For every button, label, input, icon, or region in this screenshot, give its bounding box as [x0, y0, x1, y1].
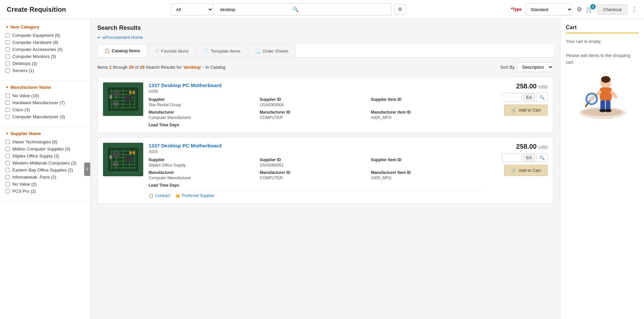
- checkbox-midton-computer-supplies[interactable]: [5, 147, 10, 151]
- add-to-cart-button-2[interactable]: 🛒 Add to Cart: [504, 165, 548, 176]
- svg-point-16: [129, 91, 132, 94]
- list-item[interactable]: Haner Technologies (6): [5, 139, 85, 144]
- manufacturer-item-id-cell-2: Manufacturer Item ID A005_MFG: [371, 170, 482, 180]
- list-item[interactable]: No Value (2): [5, 182, 85, 187]
- product-price-2: 258.00 USD: [516, 143, 548, 150]
- svg-point-50: [587, 94, 596, 103]
- checkbox-computer-manufacturer[interactable]: [5, 115, 10, 119]
- checkbox-haner-technologies[interactable]: [5, 140, 10, 144]
- list-item[interactable]: Computer Equipment (9): [5, 33, 85, 38]
- list-item[interactable]: Western Midlands Computers (3): [5, 161, 85, 166]
- checkbox-desktops[interactable]: [5, 61, 10, 66]
- tab-favorite-items[interactable]: ♡ Favorite Items: [148, 45, 196, 57]
- page-title: Create Requisition: [7, 6, 66, 13]
- list-item[interactable]: Eastern Bay Office Supplies (2): [5, 168, 85, 173]
- quantity-input[interactable]: [502, 93, 522, 102]
- unit-search-button-2[interactable]: 🔍: [536, 153, 548, 162]
- contract-link[interactable]: 📋 Contract: [149, 193, 170, 198]
- manufacturer-collapse-icon[interactable]: ▼: [5, 85, 9, 89]
- product-sku-2: A005: [149, 149, 482, 154]
- svg-rect-33: [125, 156, 132, 162]
- type-label: *Type: [511, 7, 522, 12]
- cart-button[interactable]: 🛒 0: [586, 6, 593, 13]
- supplier-collapse-icon[interactable]: ▼: [5, 132, 9, 135]
- product-image: [103, 82, 143, 116]
- checkbox-computer-accessories[interactable]: [5, 47, 10, 52]
- checkbox-cisco[interactable]: [5, 108, 10, 112]
- svg-rect-14: [125, 96, 132, 101]
- checkbox-infomatweak[interactable]: [5, 175, 10, 179]
- product-name-2[interactable]: 1337 Desktop PC Motherboard: [149, 143, 482, 148]
- contract-icon: 📋: [149, 193, 154, 198]
- card-bottom-links: 📋 Contract 👑 Preferred Supplier: [149, 193, 482, 198]
- supplier-id-cell: Supplier ID USA0000004: [260, 97, 371, 107]
- list-item[interactable]: Desktops (3): [5, 61, 85, 66]
- product-name[interactable]: 1337 Desktop PC Motherboard: [149, 82, 482, 88]
- list-item[interactable]: Infomatweak -Paris (2): [5, 175, 85, 180]
- product-image-2: [103, 143, 143, 176]
- filter-button[interactable]: ⚙: [394, 4, 406, 15]
- list-item[interactable]: Cisco (3): [5, 107, 85, 112]
- checkbox-computer-hardware[interactable]: [5, 40, 10, 45]
- search-button[interactable]: 🔍: [292, 6, 299, 12]
- list-item[interactable]: Computer Hardware (9): [5, 40, 85, 45]
- manufacturer-id-cell: Manufacturer ID COMPUTER: [260, 110, 371, 120]
- checkbox-no-value-mfr[interactable]: [5, 93, 10, 98]
- product-actions: 258.00 USD EA 🔍 🛒 Add to Cart: [487, 82, 548, 116]
- list-item[interactable]: Computer Accessories (4): [5, 47, 85, 52]
- checkbox-servers[interactable]: [5, 68, 10, 73]
- list-item[interactable]: Computer Monitors (3): [5, 54, 85, 59]
- search-bar: All Catalog Items Supplier Items 🔍 ⚙: [171, 3, 406, 15]
- checkbox-eastern-bay[interactable]: [5, 168, 10, 172]
- search-category-select[interactable]: All Catalog Items Supplier Items: [171, 3, 213, 15]
- search-results-title: Search Results: [97, 24, 553, 31]
- product-card: 1337 Desktop PC Motherboard A005 Supplie…: [97, 77, 553, 133]
- checkbox-pcs-pro[interactable]: [5, 189, 10, 193]
- search-input[interactable]: [219, 7, 292, 12]
- checkbox-hardware-manufacturer[interactable]: [5, 101, 10, 105]
- sort-by-label: Sort By: [500, 65, 515, 70]
- sidebar: ▼ Item Category Computer Equipment (9) C…: [0, 19, 91, 319]
- list-item[interactable]: Hardware Manufacturer (7): [5, 100, 85, 105]
- settings-button[interactable]: ⚙: [577, 6, 582, 13]
- add-to-cart-button[interactable]: 🛒 Add to Cart: [504, 105, 548, 116]
- preferred-supplier-link[interactable]: 👑 Preferred Supplier: [175, 193, 214, 198]
- results-info: Items 1 through 29 of 29 Search Results …: [97, 62, 553, 72]
- list-item[interactable]: PCS Pro (2): [5, 189, 85, 194]
- list-item[interactable]: Servers (1): [5, 68, 85, 73]
- product-price: 258.00 USD: [516, 82, 548, 90]
- checkbox-no-value-supplier[interactable]: [5, 182, 10, 186]
- catalog-tab-icon: 📋: [104, 48, 110, 53]
- quantity-input-2[interactable]: [502, 153, 522, 162]
- list-item[interactable]: Midton Computer Supplies (5): [5, 146, 85, 151]
- product-card: 1337 Desktop PC Motherboard A005 Supplie…: [97, 137, 553, 204]
- type-select[interactable]: Standard Emergency: [526, 3, 573, 15]
- checkbox-computer-monitors[interactable]: [5, 54, 10, 59]
- unit-search-button[interactable]: 🔍: [536, 93, 548, 102]
- checkbox-western-midlands[interactable]: [5, 161, 10, 165]
- manufacturer-id-cell-2: Manufacturer ID COMPUTER: [260, 170, 371, 180]
- cart-illustration: [566, 73, 639, 120]
- svg-rect-43: [600, 100, 605, 110]
- tab-order-sheets[interactable]: 📃 Order Sheets: [248, 45, 296, 57]
- checkbox-computer-equipment[interactable]: [5, 33, 10, 38]
- more-options-icon[interactable]: ⋮: [631, 6, 637, 13]
- cart-title: Cart: [566, 24, 639, 34]
- manufacturer-cell-2: Manufacturer Computer Manufacturer: [149, 170, 260, 180]
- checkout-button[interactable]: Checkout: [597, 4, 627, 15]
- order-sheets-tab-icon: 📃: [255, 49, 261, 54]
- list-item[interactable]: No Value (16): [5, 93, 85, 98]
- checkbox-stiples-office-supply[interactable]: [5, 154, 10, 158]
- list-item[interactable]: Computer Manufacturer (3): [5, 114, 85, 119]
- lead-time-label: Lead Time Days: [149, 123, 482, 127]
- tabs-bar: 📋 Catalog Items ♡ Favorite Items 📄 Templ…: [97, 45, 553, 58]
- main-layout: ▼ Item Category Computer Equipment (9) C…: [0, 19, 644, 319]
- sort-by-section: Sort By Description Price Supplier: [500, 62, 553, 72]
- item-category-collapse-icon[interactable]: ▼: [5, 25, 9, 29]
- tab-catalog-items[interactable]: 📋 Catalog Items: [97, 45, 147, 57]
- scroll-handle[interactable]: II: [84, 163, 90, 176]
- tab-template-items[interactable]: 📄 Template Items: [197, 45, 248, 57]
- sort-by-select[interactable]: Description Price Supplier: [517, 62, 553, 72]
- back-link[interactable]: ↩ eProcurement Home: [97, 35, 553, 40]
- list-item[interactable]: Stiples Office Supply (3): [5, 153, 85, 158]
